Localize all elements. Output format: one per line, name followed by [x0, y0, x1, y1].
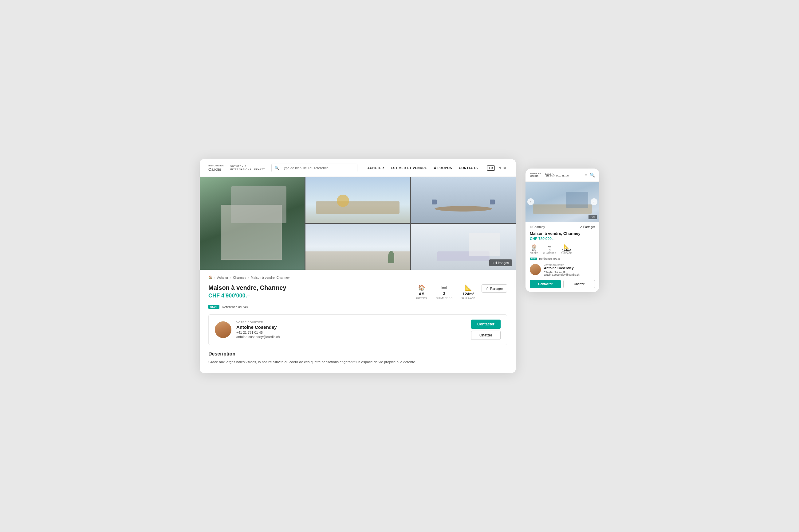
property-image-3[interactable] [411, 177, 516, 223]
nav-contacts[interactable]: CONTACTS [459, 166, 478, 170]
mobile-mockup: IMMOBILIER Cardis Sotheby's INTERNATIONA… [526, 169, 599, 292]
logo-cardis: IMMOBILIER Cardis [208, 164, 224, 172]
property-image-5[interactable]: + 4 images [411, 224, 516, 270]
navbar: IMMOBILIER Cardis Sotheby's INTERNATIONA… [200, 159, 516, 177]
mobile-chat-button[interactable]: Chatter [563, 280, 595, 288]
home-icon[interactable]: 🏠 [208, 276, 212, 279]
mobile-agent-name: Antoine Cosendey [544, 266, 580, 270]
agent-name: Antoine Cosendey [236, 324, 466, 330]
property-info-left: Maison à vendre, Charmey CHF 4'900'000.– [208, 284, 286, 303]
mobile-agent-label: VOTRE COURTIER [544, 264, 580, 266]
mobile-actions: Contacter Chatter [530, 280, 595, 288]
mobile-chambres-icon: 🛏 [548, 244, 551, 249]
mobile-stat-surface: 📐 124m² SURFACE [561, 244, 572, 254]
mobile-pieces-icon: 🏠 [532, 244, 537, 249]
cardis-label: Cardis [208, 167, 224, 172]
main-property-image[interactable] [200, 177, 305, 270]
nav-estimer[interactable]: ESTIMER ET VENDRE [391, 166, 427, 170]
scene: IMMOBILIER Cardis Sotheby's INTERNATIONA… [200, 159, 599, 373]
language-switcher: FR EN DE [487, 166, 507, 171]
mobile-ref: NEUF Référence #9748 [530, 257, 595, 260]
agent-phone[interactable]: +41 21 781 01 45 [236, 330, 466, 334]
property-image-2[interactable] [306, 177, 410, 223]
logo: IMMOBILIER Cardis Sotheby's INTERNATIONA… [208, 164, 265, 172]
neuf-badge: NEUF [208, 305, 219, 309]
property-image-4[interactable] [306, 224, 410, 270]
mobile-content: < Charmey ⤢ Partager Maison à vendre, Ch… [526, 222, 599, 292]
mobile-navbar: IMMOBILIER Cardis Sotheby's INTERNATIONA… [526, 169, 599, 182]
reference-text: Référence #9748 [222, 305, 248, 309]
mobile-logo: IMMOBILIER Cardis Sotheby's INTERNATIONA… [530, 172, 569, 178]
contact-button[interactable]: Contacter [471, 320, 501, 329]
chat-button[interactable]: Chatter [471, 330, 501, 340]
property-right: 🏠 4.5 PIÈCES 🛏 3 CHAMBRES 📐 124m² [416, 284, 507, 305]
mobile-image-counter: 3/9 [588, 215, 597, 219]
mobile-contact-button[interactable]: Contacter [530, 280, 561, 288]
breadcrumb-current: Maison à vendre, Charmey [251, 276, 290, 279]
stat-chambres: 🛏 3 CHAMBRES [436, 284, 453, 300]
sothebys-logo: Sotheby's INTERNATIONAL REALTY [230, 165, 265, 171]
image-count-overlay[interactable]: + 4 images [489, 260, 512, 266]
mobile-neuf-badge: NEUF [530, 258, 537, 260]
mobile-property-price: CHF 780'000.– [530, 237, 595, 241]
search-container: 🔍 [271, 164, 358, 172]
property-stats: 🏠 4.5 PIÈCES 🛏 3 CHAMBRES 📐 124m² [416, 284, 475, 300]
property-price: CHF 4'900'000.– [208, 292, 286, 299]
nav-links: ACHETER ESTIMER ET VENDRE À PROPOS CONTA… [367, 166, 477, 170]
property-title: Maison à vendre, Charmey [208, 284, 286, 291]
search-icon: 🔍 [274, 166, 279, 170]
description-title: Description [208, 351, 507, 357]
mobile-agent-avatar [530, 264, 541, 275]
agent-info: VOTRE COURTIER Antoine Cosendey +41 21 7… [236, 321, 466, 339]
mobile-share-button[interactable]: ⤢ Partager [580, 225, 595, 229]
mobile-menu-icon[interactable]: ≡ [585, 172, 587, 177]
lang-de[interactable]: DE [503, 166, 507, 170]
breadcrumb-acheter[interactable]: Acheter [217, 276, 228, 279]
description-text: Grace aux larges baies vitrées, la natur… [208, 359, 507, 365]
breadcrumb-charmey[interactable]: Charmey [233, 276, 246, 279]
stat-surface: 📐 124m² SURFACE [461, 284, 475, 300]
mobile-search-icon[interactable]: 🔍 [590, 172, 595, 177]
agent-avatar [215, 321, 231, 338]
mobile-image: ‹ › 3/9 [526, 182, 599, 222]
pieces-icon: 🏠 [418, 284, 425, 291]
mobile-back-link[interactable]: < Charmey [530, 225, 545, 229]
mobile-reference: Référence #9748 [539, 257, 560, 260]
chambres-icon: 🛏 [441, 284, 447, 291]
image-grid: + 4 images [200, 177, 516, 270]
property-ref: NEUF Référence #9748 [208, 305, 507, 309]
nav-acheter[interactable]: ACHETER [367, 166, 384, 170]
agent-actions: Contacter Chatter [471, 320, 501, 340]
mobile-property-title: Maison à vendre, Charmey [530, 231, 595, 236]
desktop-mockup: IMMOBILIER Cardis Sotheby's INTERNATIONA… [200, 159, 516, 373]
logo-divider [227, 164, 227, 172]
lang-en[interactable]: EN [496, 166, 501, 170]
agent-card: VOTRE COURTIER Antoine Cosendey +41 21 7… [208, 315, 507, 345]
mobile-agent-phone[interactable]: +41 21 781 01 45 [544, 270, 580, 273]
lang-fr[interactable]: FR [487, 166, 495, 171]
property-content: 🏠 › Acheter › Charmey › Maison à vendre,… [200, 270, 516, 373]
mobile-back-row: < Charmey ⤢ Partager [530, 225, 595, 229]
mobile-prev-arrow[interactable]: ‹ [527, 198, 534, 205]
mobile-stat-chambres: 🛏 3 CHAMBRES [543, 244, 556, 254]
mobile-next-arrow[interactable]: › [591, 198, 597, 205]
surface-icon: 📐 [465, 284, 472, 291]
nav-apropos[interactable]: À PROPOS [434, 166, 452, 170]
mobile-sothebys: Sotheby's INTERNATIONAL REALTY [545, 173, 569, 177]
mobile-agent: VOTRE COURTIER Antoine Cosendey +41 21 7… [530, 264, 595, 276]
mobile-surface-icon: 📐 [564, 244, 569, 249]
cardis-sub: IMMOBILIER [208, 164, 224, 167]
stat-pieces: 🏠 4.5 PIÈCES [416, 284, 427, 300]
agent-email[interactable]: antoine.cosendey@cardis.ch [236, 335, 466, 339]
agent-label: VOTRE COURTIER [236, 321, 466, 324]
mobile-agent-info: VOTRE COURTIER Antoine Cosendey +41 21 7… [544, 264, 580, 276]
mobile-agent-email[interactable]: antoine.cosendey@cardis.ch [544, 273, 580, 276]
mobile-stats: 🏠 4.5 PIÈCES 🛏 3 CHAMBRES 📐 124m² SURFAC… [530, 244, 595, 254]
share-button[interactable]: ⤢ Partager [482, 284, 507, 292]
mobile-stat-pieces: 🏠 4.5 PIÈCES [530, 244, 538, 254]
breadcrumb: 🏠 › Acheter › Charmey › Maison à vendre,… [208, 276, 507, 279]
search-input[interactable] [271, 164, 358, 172]
share-icon: ⤢ [486, 286, 488, 290]
mobile-nav-icons: ≡ 🔍 [585, 172, 595, 177]
